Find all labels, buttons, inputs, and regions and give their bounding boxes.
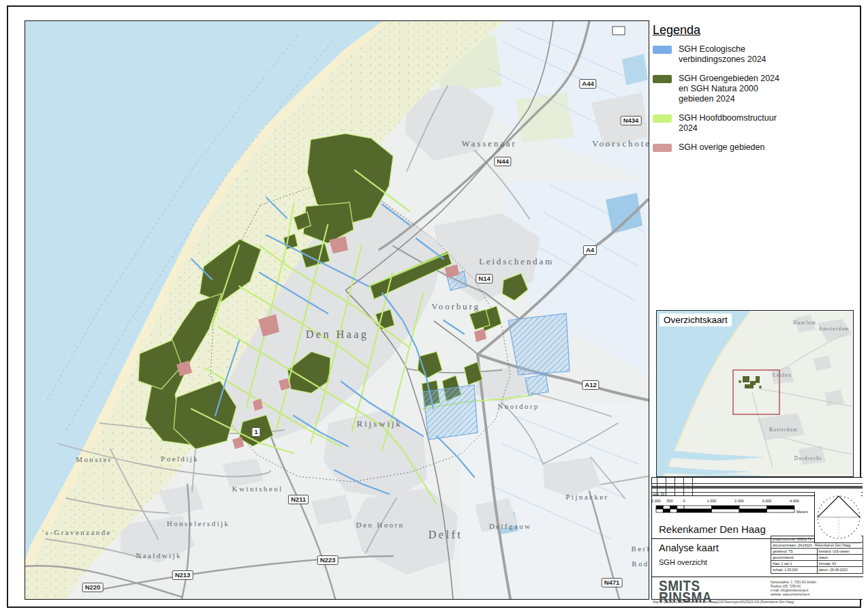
map-label-naaldwijk: Naaldwijk: [136, 551, 182, 559]
overview-map: Overzichtskaart HaarlemAmsterdamLeidenRo…: [656, 310, 854, 477]
meta-row-5: schaal: 1:25.000datum: 26-09-2023: [771, 567, 863, 573]
legend-label-line: SGH Hoofdboomstructuur: [679, 113, 777, 123]
client-name: Rekenkamer Den Haag: [659, 523, 766, 535]
revision-note: gew. 00: [653, 492, 664, 496]
meta-cell-2-1: bestand: GIS-viewer: [817, 549, 863, 554]
legend-label-3: SGH overige gebieden: [679, 142, 764, 153]
map-label-den-haag: Den Haag: [306, 328, 369, 341]
overview-label-rotterdam: Rotterdam: [769, 427, 798, 433]
meta-cell-3-1: status:: [817, 555, 863, 560]
legend-label-line: verbindingszones 2024: [679, 55, 766, 65]
road-shield-n211: N211: [288, 495, 309, 504]
meta-cell-3-0: gecontroleerd:: [771, 555, 817, 560]
overview-label-haarlem: Haarlem: [793, 320, 816, 326]
legend-item-sgh-hoofdboomstructuur: SGH Hoofdboomstructuur2024: [653, 113, 850, 134]
scalebar-label-3: 1.000: [707, 499, 717, 503]
basemap-graphics: [25, 21, 649, 599]
legend-label-1: SGH Groengebieden 2024en SGH Natura 2000…: [679, 74, 779, 104]
contact-line-3: website: www.smitsrinsma.nl: [771, 593, 816, 597]
map-sheet: WassenaarVoorschotenLeidschendamVoorburg…: [0, 0, 868, 614]
scalebar-label-6: 4.000: [790, 499, 799, 503]
road-shield-n14: N14: [476, 274, 493, 283]
legend-title: Legenda: [653, 23, 850, 37]
legend-swatch-1: [653, 75, 672, 83]
meta-cell-2-0: getekend: TS: [771, 549, 817, 554]
scalebar-label-2: 0: [683, 499, 685, 503]
legend-label-line: en SGH Natura 2000: [679, 84, 779, 94]
overview-graphics: [657, 311, 853, 476]
road-shield-n434: N434: [621, 116, 642, 125]
map-label-delft: Delft: [429, 529, 463, 541]
meta-row-4: blad: 1 van 1formaat: A3: [771, 561, 863, 567]
legend-label-line: SGH Groengebieden 2024: [679, 74, 779, 84]
legend-label-line: 2024: [679, 123, 777, 134]
document-subtitle: SGH overzicht: [659, 558, 707, 566]
overview-label-leiden: Leiden: [773, 372, 792, 378]
legend-label-2: SGH Hoofdboomstructuur2024: [679, 113, 777, 134]
overview-label-amsterdam: Amsterdam: [818, 326, 849, 332]
document-title: Analyse kaart: [659, 542, 719, 553]
map-label-s-gravenzande: 's-Gravenzande: [42, 528, 112, 536]
legend-swatch-0: [653, 46, 672, 54]
road-shield-a4: A4: [583, 245, 597, 255]
map-label-rijswijk: Rijswijk: [357, 418, 403, 429]
road-shield-n213: N213: [172, 570, 193, 580]
legend-item-sgh-ecologische: SGH Ecologischeverbindingszones 2024: [653, 44, 850, 65]
meta-cell-1-0: documentnaam: ZA23023 - Rekenkamer Den H…: [771, 542, 863, 548]
scalebar-unit: Meters: [796, 510, 808, 514]
scalebar-label-5: 3.000: [762, 499, 772, 503]
map-label-honselersdijk: Honselersdijk: [167, 519, 230, 527]
overview-label-dordrecht: Dordrecht: [794, 455, 822, 461]
legend-label-line: SGH overige gebieden: [679, 142, 764, 153]
main-map: WassenaarVoorschotenLeidschendamVoorburg…: [25, 20, 649, 600]
map-label-voorburg: Voorburg: [431, 301, 480, 312]
map-label-den-hoorn: Den Hoorn: [356, 521, 405, 529]
north-arrow-box: [814, 492, 861, 543]
meta-cell-5-0: schaal: 1:25.000: [771, 567, 817, 573]
legend-item-sgh-overige-gebieden: SGH overige gebieden: [653, 142, 850, 153]
scale-bar: [655, 504, 799, 515]
road-shield-a12: A12: [582, 380, 599, 390]
road-shield-n223: N223: [317, 555, 339, 565]
map-label-berk: Berk: [631, 544, 649, 553]
road-shield-a44: A44: [579, 79, 596, 89]
map-label-voorschoten: Voorschoten: [592, 138, 649, 149]
north-arrow: [815, 492, 862, 542]
meta-row-1: documentnaam: ZA23023 - Rekenkamer Den H…: [771, 542, 863, 549]
map-label-kwintsheul: Kwintsheul: [232, 485, 283, 493]
file-path-note: Map: Z:\2023\ZA23023\Rekenkamer Den Haag…: [653, 600, 794, 604]
legend-label-line: gebieden 2024: [679, 94, 779, 104]
road-shield-n44: N44: [494, 157, 511, 166]
road-shield-n220: N220: [82, 583, 104, 592]
legend-label-0: SGH Ecologischeverbindingszones 2024: [679, 44, 766, 65]
map-label-wassenaar: Wassenaar: [462, 138, 517, 149]
overview-title: Overzichtskaart: [660, 313, 732, 326]
legend: Legenda SGH Ecologischeverbindingszones …: [653, 23, 850, 162]
legend-item-sgh-groengebieden-2024: SGH Groengebieden 2024en SGH Natura 2000…: [653, 74, 850, 104]
map-label-pijnacker: Pijnacker: [565, 493, 608, 501]
company-contact: Kantooradres: 1, 7251 AS VordenPostbus 1…: [771, 581, 816, 597]
legend-swatch-3: [653, 144, 672, 152]
map-label-rod: Rod: [632, 559, 649, 568]
road-shield-1: 1: [251, 427, 260, 437]
map-label-monster: Monster: [76, 455, 112, 463]
meta-row-2: getekend: TSbestand: GIS-viewer: [771, 549, 863, 555]
road-shield-n471: N471: [602, 578, 623, 587]
meta-cell-5-1: datum: 26-09-2023: [817, 567, 863, 573]
meta-cell-4-0: blad: 1 van 1: [771, 561, 817, 566]
scalebar-label-4: 2.000: [734, 499, 744, 503]
meta-cell-4-1: formaat: A3: [817, 561, 863, 566]
scalebar-label-1: 500: [666, 499, 672, 503]
map-label-nootdorp: Nootdorp: [497, 402, 540, 410]
map-label-leidschendam: Leidschendam: [479, 256, 554, 267]
map-label-delfgauw: Delfgauw: [489, 522, 532, 530]
legend-items: SGH Ecologischeverbindingszones 2024SGH …: [653, 44, 850, 153]
legend-label-line: SGH Ecologische: [679, 44, 766, 55]
map-label-poeldijk: Poeldijk: [161, 455, 199, 463]
meta-row-3: gecontroleerd:status:: [771, 555, 863, 561]
legend-swatch-2: [653, 114, 672, 123]
scalebar-label-0: 1.000: [651, 499, 661, 503]
